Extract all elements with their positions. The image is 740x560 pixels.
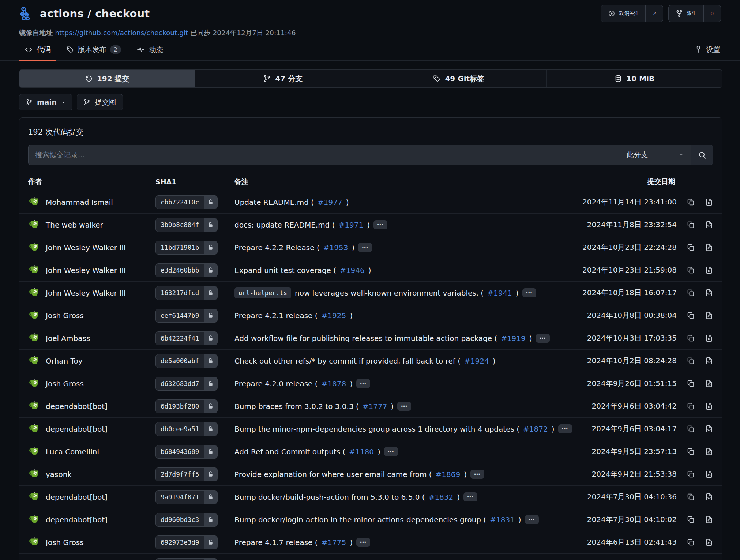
tab-releases[interactable]: 版本发布 2 <box>61 40 126 60</box>
copy-sha-button[interactable] <box>687 425 695 433</box>
expand-commit-button[interactable]: ⋯ <box>522 288 536 297</box>
commits-panel-title: 192 次代码提交 <box>19 118 722 145</box>
issue-link[interactable]: #1777 <box>363 402 387 411</box>
branch-selector[interactable]: main <box>19 94 72 110</box>
repo-title[interactable]: actions / checkout <box>40 7 150 20</box>
watchers-count[interactable]: 2 <box>645 5 662 22</box>
expand-commit-button[interactable]: ⋯ <box>356 538 370 547</box>
issue-link[interactable]: #1831 <box>490 515 515 524</box>
mirror-info: 镜像自地址 https://github.com/actions/checkou… <box>0 22 740 37</box>
expand-commit-button[interactable]: ⋯ <box>470 470 484 479</box>
unwatch-button[interactable]: 取消关注 <box>601 5 645 22</box>
forks-count[interactable]: 0 <box>703 5 721 22</box>
view-file-at-commit-button[interactable] <box>705 538 713 546</box>
tab-settings[interactable]: 设置 <box>694 40 721 60</box>
view-file-at-commit-button[interactable] <box>705 357 713 365</box>
view-file-at-commit-button[interactable] <box>705 266 713 274</box>
mirror-url-link[interactable]: https://github.com/actions/checkout.git <box>55 29 188 37</box>
copy-sha-button[interactable] <box>687 379 695 388</box>
expand-commit-button[interactable]: ⋯ <box>558 424 572 433</box>
copy-sha-button[interactable] <box>687 198 695 206</box>
search-button[interactable] <box>691 145 713 165</box>
issue-link[interactable]: #1971 <box>338 221 363 229</box>
expand-commit-button[interactable]: ⋯ <box>463 492 477 501</box>
expand-commit-button[interactable]: ⋯ <box>536 334 550 343</box>
commit-sha-badge[interactable]: 6d193bf280 <box>155 399 218 413</box>
stats-branches[interactable]: 47 分支 <box>195 70 371 87</box>
fork-button[interactable]: 派生 <box>669 5 703 22</box>
tab-activity[interactable]: 动态 <box>131 40 168 60</box>
commit-date: 2024年9月26日 01:51:15 <box>587 379 677 388</box>
view-file-at-commit-button[interactable] <box>705 311 713 320</box>
issue-link[interactable]: #1953 <box>323 243 348 252</box>
commit-sha-badge[interactable]: db0cee9a51 <box>155 422 218 436</box>
issue-link[interactable]: #1872 <box>523 425 548 433</box>
view-file-at-commit-button[interactable] <box>705 379 713 388</box>
branch-scope-dropdown[interactable]: 此分支 <box>619 145 691 165</box>
expand-commit-button[interactable]: ⋯ <box>373 220 387 229</box>
commit-sha-badge[interactable]: 163217dfcd <box>155 286 218 300</box>
commit-sha-badge[interactable]: 2d7d9f7ff5 <box>155 467 218 481</box>
copy-sha-button[interactable] <box>687 334 695 342</box>
view-file-at-commit-button[interactable] <box>705 198 713 206</box>
view-file-at-commit-button[interactable] <box>705 402 713 410</box>
issue-link[interactable]: #1924 <box>464 357 489 365</box>
commit-rows: Mohammad Ismail cbb722410c Update README… <box>19 191 722 560</box>
issue-link[interactable]: #1925 <box>322 311 346 320</box>
view-file-at-commit-button[interactable] <box>705 221 713 229</box>
issue-link[interactable]: #1977 <box>318 198 342 207</box>
issue-link[interactable]: #1919 <box>501 334 526 343</box>
copy-sha-button[interactable] <box>687 357 695 365</box>
copy-sha-button[interactable] <box>687 243 695 252</box>
issue-link[interactable]: #1878 <box>322 379 346 388</box>
view-file-at-commit-button[interactable] <box>705 289 713 297</box>
copy-sha-button[interactable] <box>687 266 695 274</box>
commit-graph-button[interactable]: 提交图 <box>77 94 123 110</box>
commit-search-input[interactable] <box>29 145 619 165</box>
commit-sha-badge[interactable]: e3d2460bbb <box>155 263 218 277</box>
copy-sha-button[interactable] <box>687 402 695 410</box>
copy-sha-button[interactable] <box>687 311 695 320</box>
copy-sha-button[interactable] <box>687 493 695 501</box>
expand-commit-button[interactable]: ⋯ <box>525 515 539 524</box>
view-file-at-commit-button[interactable] <box>705 447 713 456</box>
issue-link[interactable]: #1946 <box>340 266 365 275</box>
commit-sha-badge[interactable]: cbb722410c <box>155 195 218 209</box>
tab-code[interactable]: 代码 <box>19 40 56 60</box>
commit-sha-badge[interactable]: 6ccd57f4c5 <box>155 558 218 560</box>
issue-link[interactable]: #1832 <box>429 493 454 501</box>
commit-sha-badge[interactable]: 9a9194f871 <box>155 490 218 504</box>
commit-sha-badge[interactable]: eef61447b9 <box>155 309 218 323</box>
view-file-at-commit-button[interactable] <box>705 425 713 433</box>
expand-commit-button[interactable]: ⋯ <box>397 402 411 411</box>
commit-sha-badge[interactable]: dd960bd3c3 <box>155 513 218 527</box>
commit-sha-badge[interactable]: 692973e3d9 <box>155 535 218 549</box>
stats-tags[interactable]: 49 Git标签 <box>371 70 546 87</box>
expand-commit-button[interactable]: ⋯ <box>358 243 372 252</box>
copy-sha-button[interactable] <box>687 447 695 456</box>
commit-sha-badge[interactable]: 3b9b8c884f <box>155 218 218 232</box>
commit-sha-badge[interactable]: b684943689 <box>155 445 218 459</box>
view-file-at-commit-button[interactable] <box>705 493 713 501</box>
commit-sha-badge[interactable]: 6b42224f41 <box>155 331 218 345</box>
view-file-at-commit-button[interactable] <box>705 334 713 342</box>
issue-link[interactable]: #1941 <box>487 289 512 297</box>
copy-sha-button[interactable] <box>687 221 695 229</box>
issue-link[interactable]: #1775 <box>322 538 346 547</box>
issue-link[interactable]: #1869 <box>436 470 461 479</box>
view-file-at-commit-button[interactable] <box>705 243 713 252</box>
issue-link[interactable]: #1180 <box>349 447 374 456</box>
copy-sha-button[interactable] <box>687 538 695 546</box>
copy-sha-button[interactable] <box>687 515 695 524</box>
copy-sha-button[interactable] <box>687 289 695 297</box>
view-file-at-commit-button[interactable] <box>705 470 713 478</box>
view-file-at-commit-button[interactable] <box>705 515 713 524</box>
stats-commits[interactable]: 192 提交 <box>19 70 195 87</box>
commit-sha-badge[interactable]: 11bd71901b <box>155 241 218 255</box>
expand-commit-button[interactable]: ⋯ <box>384 447 398 456</box>
commit-sha-badge[interactable]: de5a000abf <box>155 354 218 368</box>
expand-commit-button[interactable]: ⋯ <box>356 379 370 388</box>
commit-sha-badge[interactable]: d632683dd7 <box>155 377 218 391</box>
copy-sha-button[interactable] <box>687 470 695 478</box>
stats-size[interactable]: 10 MiB <box>546 70 722 87</box>
